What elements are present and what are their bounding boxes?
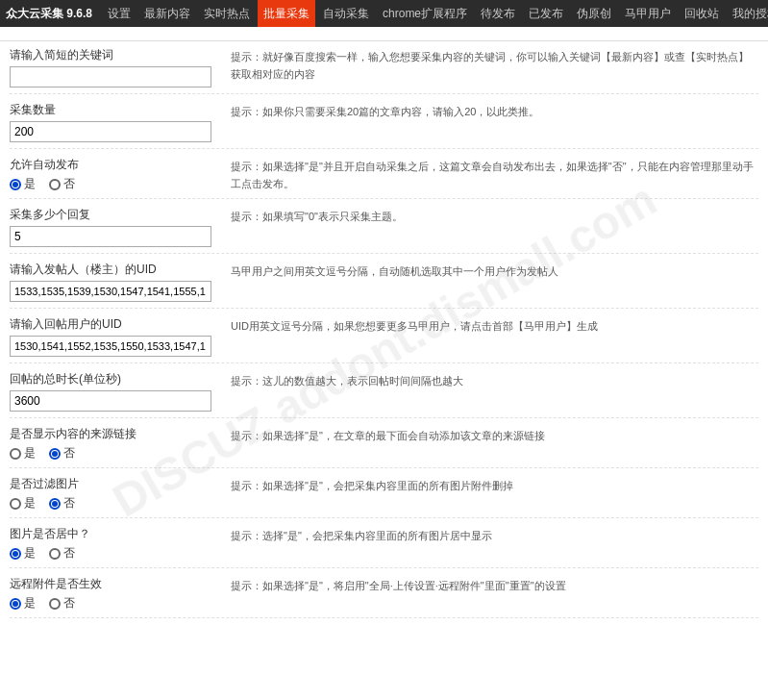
form-row-2: 允许自动发布是否提示：如果选择"是"并且开启自动采集之后，这篇文章会自动发布出去… bbox=[10, 157, 758, 199]
form-left-2: 允许自动发布是否 bbox=[10, 157, 231, 192]
field-input-3[interactable] bbox=[10, 226, 211, 247]
radio-circle-9-1 bbox=[49, 548, 61, 560]
radio-label-9-0: 是 bbox=[24, 545, 36, 562]
radio-option-10-0[interactable]: 是 bbox=[10, 595, 36, 612]
radio-option-9-0[interactable]: 是 bbox=[10, 545, 36, 562]
field-tip-0: 提示：就好像百度搜索一样，输入您想要采集内容的关键词，你可以输入关键词【最新内容… bbox=[231, 47, 758, 83]
radio-label-2-1: 否 bbox=[63, 176, 75, 192]
radio-group-10: 是否 bbox=[10, 595, 231, 612]
field-input-1[interactable] bbox=[10, 121, 211, 142]
radio-circle-8-1 bbox=[49, 498, 61, 510]
field-input-0[interactable] bbox=[10, 66, 211, 88]
field-label-7: 是否显示内容的来源链接 bbox=[10, 426, 231, 442]
field-label-10: 远程附件是否生效 bbox=[10, 576, 231, 592]
radio-label-8-0: 是 bbox=[24, 495, 36, 512]
field-label-0: 请输入简短的关键词 bbox=[10, 47, 231, 63]
field-label-4: 请输入发帖人（楼主）的UID bbox=[10, 262, 231, 278]
radio-circle-9-0 bbox=[10, 548, 21, 560]
app-brand: 众大云采集 9.6.8 bbox=[6, 6, 92, 22]
form-left-7: 是否显示内容的来源链接是否 bbox=[10, 426, 231, 462]
radio-option-2-1[interactable]: 否 bbox=[49, 176, 75, 192]
field-tip-6: 提示：这儿的数值越大，表示回帖时间间隔也越大 bbox=[231, 371, 758, 390]
radio-label-10-0: 是 bbox=[24, 595, 36, 612]
field-tip-1: 提示：如果你只需要采集20篇的文章内容，请输入20，以此类推。 bbox=[231, 102, 758, 121]
radio-circle-8-0 bbox=[10, 498, 21, 510]
radio-label-10-1: 否 bbox=[63, 595, 75, 612]
form-left-8: 是否过滤图片是否 bbox=[10, 476, 231, 512]
field-tip-4: 马甲用户之间用英文逗号分隔，自动随机选取其中一个用户作为发帖人 bbox=[231, 262, 758, 281]
radio-option-8-1[interactable]: 否 bbox=[49, 495, 75, 512]
nav-item-7[interactable]: 已发布 bbox=[523, 0, 569, 27]
field-label-3: 采集多少个回复 bbox=[10, 207, 231, 223]
radio-option-2-0[interactable]: 是 bbox=[10, 176, 36, 192]
field-label-8: 是否过滤图片 bbox=[10, 476, 231, 492]
field-label-5: 请输入回帖用户的UID bbox=[10, 316, 231, 333]
form-row-7: 是否显示内容的来源链接是否提示：如果选择"是"，在文章的最下面会自动添加该文章的… bbox=[10, 426, 758, 468]
nav-item-2[interactable]: 实时热点 bbox=[198, 0, 256, 27]
field-label-1: 采集数量 bbox=[10, 102, 231, 118]
form-left-9: 图片是否居中？是否 bbox=[10, 526, 231, 562]
nav-item-10[interactable]: 回收站 bbox=[679, 0, 725, 27]
nav-item-6[interactable]: 待发布 bbox=[475, 0, 521, 27]
form-left-6: 回帖的总时长(单位秒) bbox=[10, 371, 231, 412]
radio-circle-2-1 bbox=[49, 179, 61, 190]
radio-circle-7-1 bbox=[49, 448, 61, 460]
radio-option-10-1[interactable]: 否 bbox=[49, 595, 75, 612]
form-row-3: 采集多少个回复提示：如果填写"0"表示只采集主题。 bbox=[10, 207, 758, 254]
radio-circle-10-1 bbox=[49, 598, 61, 610]
nav-item-5[interactable]: chrome扩展程序 bbox=[377, 0, 473, 27]
nav-item-1[interactable]: 最新内容 bbox=[138, 0, 196, 27]
form-row-10: 远程附件是否生效是否提示：如果选择"是"，将启用"全局·上传设置·远程附件"里面… bbox=[10, 576, 758, 618]
field-tip-8: 提示：如果选择"是"，会把采集内容里面的所有图片附件删掉 bbox=[231, 476, 758, 495]
form-left-3: 采集多少个回复 bbox=[10, 207, 231, 247]
field-tip-3: 提示：如果填写"0"表示只采集主题。 bbox=[231, 207, 758, 226]
nav-item-11[interactable]: 我的授权 bbox=[727, 0, 768, 27]
field-tip-9: 提示：选择"是"，会把采集内容里面的所有图片居中显示 bbox=[231, 526, 758, 545]
field-tip-10: 提示：如果选择"是"，将启用"全局·上传设置·远程附件"里面"重置"的设置 bbox=[231, 576, 758, 595]
field-tip-2: 提示：如果选择"是"并且开启自动采集之后，这篇文章会自动发布出去，如果选择"否"… bbox=[231, 157, 758, 192]
form-left-5: 请输入回帖用户的UID bbox=[10, 316, 231, 357]
radio-label-7-1: 否 bbox=[63, 445, 75, 462]
radio-label-2-0: 是 bbox=[24, 176, 36, 192]
radio-circle-7-0 bbox=[10, 448, 21, 460]
top-nav: 众大云采集 9.6.8设置最新内容实时热点批量采集自动采集chrome扩展程序待… bbox=[0, 0, 768, 27]
form-row-5: 请输入回帖用户的UIDUID用英文逗号分隔，如果您想要更多马甲用户，请点击首部【… bbox=[10, 316, 758, 363]
form-row-0: 请输入简短的关键词提示：就好像百度搜索一样，输入您想要采集内容的关键词，你可以输… bbox=[10, 47, 758, 94]
field-input-5[interactable] bbox=[10, 336, 211, 357]
radio-option-7-1[interactable]: 否 bbox=[49, 445, 75, 462]
nav-item-9[interactable]: 马甲用户 bbox=[619, 0, 677, 27]
radio-group-8: 是否 bbox=[10, 495, 231, 512]
form-left-10: 远程附件是否生效是否 bbox=[10, 576, 231, 612]
form-left-4: 请输入发帖人（楼主）的UID bbox=[10, 262, 231, 302]
form-left-1: 采集数量 bbox=[10, 102, 231, 142]
radio-label-8-1: 否 bbox=[63, 495, 75, 512]
field-label-6: 回帖的总时长(单位秒) bbox=[10, 371, 231, 388]
form-left-0: 请输入简短的关键词 bbox=[10, 47, 231, 88]
form-row-9: 图片是否居中？是否提示：选择"是"，会把采集内容里面的所有图片居中显示 bbox=[10, 526, 758, 568]
radio-option-7-0[interactable]: 是 bbox=[10, 445, 36, 462]
form-content: 请输入简短的关键词提示：就好像百度搜索一样，输入您想要采集内容的关键词，你可以输… bbox=[0, 41, 768, 632]
radio-group-7: 是否 bbox=[10, 445, 231, 462]
form-row-4: 请输入发帖人（楼主）的UID马甲用户之间用英文逗号分隔，自动随机选取其中一个用户… bbox=[10, 262, 758, 309]
radio-group-9: 是否 bbox=[10, 545, 231, 562]
field-tip-5: UID用英文逗号分隔，如果您想要更多马甲用户，请点击首部【马甲用户】生成 bbox=[231, 316, 758, 336]
radio-option-8-0[interactable]: 是 bbox=[10, 495, 36, 512]
form-row-6: 回帖的总时长(单位秒)提示：这儿的数值越大，表示回帖时间间隔也越大 bbox=[10, 371, 758, 418]
radio-label-9-1: 否 bbox=[63, 545, 75, 562]
page-title bbox=[0, 27, 768, 41]
form-row-1: 采集数量提示：如果你只需要采集20篇的文章内容，请输入20，以此类推。 bbox=[10, 102, 758, 149]
radio-option-9-1[interactable]: 否 bbox=[49, 545, 75, 562]
radio-group-2: 是否 bbox=[10, 176, 231, 192]
field-tip-7: 提示：如果选择"是"，在文章的最下面会自动添加该文章的来源链接 bbox=[231, 426, 758, 445]
radio-label-7-0: 是 bbox=[24, 445, 36, 462]
nav-item-8[interactable]: 伪原创 bbox=[571, 0, 617, 27]
form-row-8: 是否过滤图片是否提示：如果选择"是"，会把采集内容里面的所有图片附件删掉 bbox=[10, 476, 758, 518]
nav-item-0[interactable]: 设置 bbox=[102, 0, 136, 27]
radio-circle-10-0 bbox=[10, 598, 21, 610]
radio-circle-2-0 bbox=[10, 179, 21, 190]
field-input-4[interactable] bbox=[10, 281, 211, 302]
nav-item-4[interactable]: 自动采集 bbox=[317, 0, 375, 27]
field-label-9: 图片是否居中？ bbox=[10, 526, 231, 542]
nav-item-3[interactable]: 批量采集 bbox=[258, 0, 315, 27]
field-input-6[interactable] bbox=[10, 390, 211, 412]
